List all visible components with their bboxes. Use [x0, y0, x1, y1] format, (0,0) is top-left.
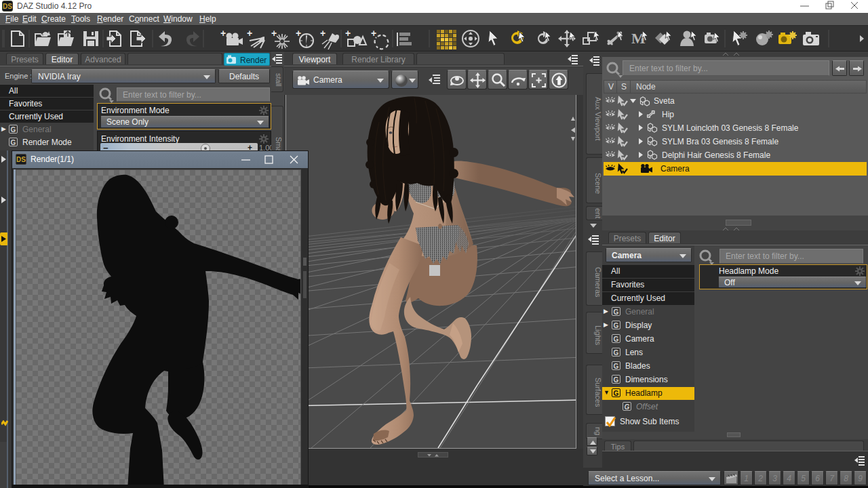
- svg-text:+: +: [345, 28, 351, 39]
- svg-text:+: +: [220, 28, 226, 39]
- svg-text:+: +: [271, 28, 277, 39]
- svg-text:+: +: [247, 28, 252, 39]
- svg-text:+: +: [320, 28, 326, 39]
